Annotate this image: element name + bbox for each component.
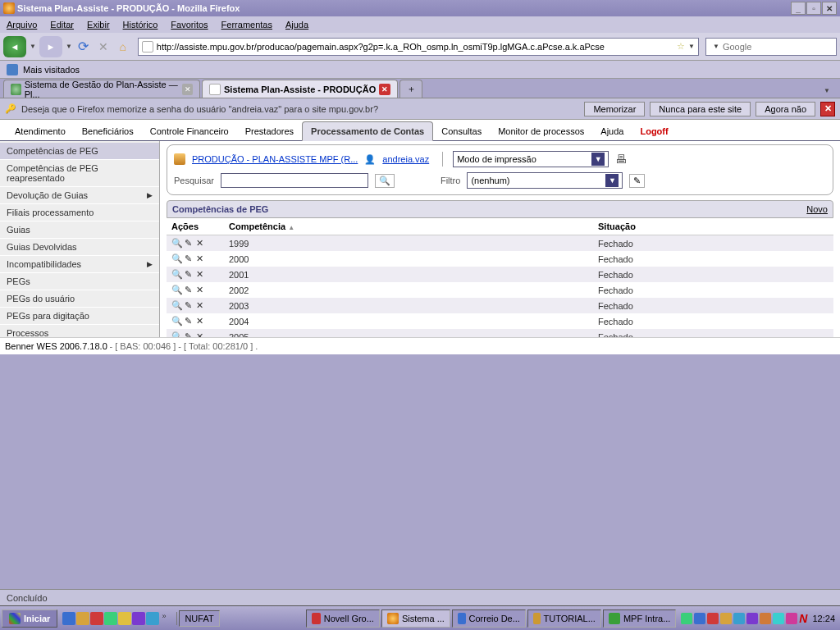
sidebar-item[interactable]: PEGs do usuário bbox=[0, 290, 159, 308]
home-button[interactable]: ⌂ bbox=[115, 39, 131, 55]
view-icon[interactable]: 🔍 bbox=[171, 285, 181, 295]
memorize-button[interactable]: Memorizar bbox=[584, 102, 645, 116]
table-row[interactable]: 🔍✎✕1999Fechado bbox=[167, 235, 833, 252]
url-input[interactable] bbox=[157, 42, 673, 52]
tray-icon[interactable] bbox=[720, 613, 732, 624]
most-visited-label[interactable]: Mais visitados bbox=[23, 65, 80, 75]
nav-ajuda[interactable]: Ajuda bbox=[592, 122, 632, 140]
tray-icon[interactable] bbox=[746, 613, 758, 624]
close-window-button[interactable]: ✕ bbox=[822, 2, 837, 15]
sidebar-item[interactable]: Devolução de Guias▶ bbox=[0, 187, 159, 204]
tray-icon[interactable] bbox=[733, 613, 745, 624]
ql-icon[interactable] bbox=[132, 612, 145, 625]
edit-icon[interactable]: ✎ bbox=[183, 300, 193, 311]
table-row[interactable]: 🔍✎✕2002Fechado bbox=[167, 282, 833, 298]
task-novell[interactable]: Novell Gro... bbox=[306, 609, 380, 628]
menu-ferramentas[interactable]: Ferramentas bbox=[221, 20, 272, 30]
tray-icon[interactable] bbox=[760, 613, 771, 624]
view-icon[interactable]: 🔍 bbox=[171, 300, 181, 311]
view-icon[interactable]: 🔍 bbox=[171, 253, 181, 264]
tab-list-dropdown[interactable]: ▼ bbox=[817, 84, 837, 98]
tray-icon[interactable] bbox=[694, 613, 705, 624]
nav-atendimento[interactable]: Atendimento bbox=[7, 122, 74, 140]
edit-icon[interactable]: ✎ bbox=[183, 285, 193, 295]
menu-exibir[interactable]: Exibir bbox=[87, 20, 110, 30]
new-tab-button[interactable]: ＋ bbox=[399, 80, 422, 98]
ql-expand[interactable]: » bbox=[160, 612, 173, 625]
col-competencia[interactable]: Competência ▲ bbox=[224, 218, 593, 235]
nav-monitor-de-processos[interactable]: Monitor de processos bbox=[490, 122, 592, 140]
sidebar-item[interactable]: PEGs bbox=[0, 273, 159, 290]
ql-icon[interactable] bbox=[76, 612, 89, 625]
table-row[interactable]: 🔍✎✕2004Fechado bbox=[167, 313, 833, 329]
menu-histórico[interactable]: Histórico bbox=[123, 20, 158, 30]
sidebar-item[interactable]: Processos bbox=[0, 325, 159, 337]
delete-icon[interactable]: ✕ bbox=[194, 331, 204, 337]
menu-favoritos[interactable]: Favoritos bbox=[171, 20, 208, 30]
back-button[interactable]: ◄ bbox=[3, 36, 26, 57]
delete-icon[interactable]: ✕ bbox=[194, 285, 204, 295]
task-tutorial[interactable]: TUTORIAL... bbox=[527, 609, 601, 628]
ql-icon[interactable] bbox=[118, 612, 131, 625]
tray-icon[interactable] bbox=[681, 613, 692, 624]
table-row[interactable]: 🔍✎✕2001Fechado bbox=[167, 267, 833, 282]
search-go-button[interactable]: 🔍 bbox=[375, 174, 395, 188]
view-icon[interactable]: 🔍 bbox=[171, 269, 181, 280]
task-sistema[interactable]: Sistema ... bbox=[381, 609, 450, 628]
tab-2[interactable]: Sistema Plan-Assiste - PRODUÇÃO ✕ bbox=[202, 80, 398, 98]
stop-button[interactable]: ✕ bbox=[95, 39, 112, 55]
not-now-button[interactable]: Agora não bbox=[756, 102, 815, 116]
search-field[interactable] bbox=[221, 173, 368, 188]
view-icon[interactable]: 🔍 bbox=[171, 331, 181, 337]
menu-ajuda[interactable]: Ajuda bbox=[285, 20, 308, 30]
delete-icon[interactable]: ✕ bbox=[194, 238, 204, 249]
maximize-button[interactable]: ▫ bbox=[806, 2, 821, 15]
nav-controle-financeiro[interactable]: Controle Financeiro bbox=[142, 122, 237, 140]
close-tab-button[interactable]: ✕ bbox=[379, 84, 390, 95]
url-history-dropdown[interactable]: ▼ bbox=[688, 43, 695, 50]
ql-icon[interactable] bbox=[146, 612, 159, 625]
edit-filter-button[interactable]: ✎ bbox=[629, 174, 645, 188]
back-history-dropdown[interactable]: ▼ bbox=[30, 43, 36, 50]
close-tab-button[interactable]: ✕ bbox=[182, 84, 193, 95]
close-infobar-button[interactable]: ✕ bbox=[820, 102, 835, 116]
nav-logoff[interactable]: Logoff bbox=[632, 122, 676, 140]
sidebar-item[interactable]: Guias bbox=[0, 221, 159, 239]
delete-icon[interactable]: ✕ bbox=[194, 253, 204, 264]
table-row[interactable]: 🔍✎✕2005Fechado bbox=[167, 329, 833, 337]
user-link[interactable]: andreia.vaz bbox=[382, 154, 429, 164]
delete-icon[interactable]: ✕ bbox=[194, 269, 204, 280]
tray-n-icon[interactable]: N bbox=[799, 612, 807, 625]
context-link[interactable]: PRODUÇÃO - PLAN-ASSISTE MPF (R... bbox=[192, 154, 358, 164]
favorite-star-icon[interactable]: ☆ bbox=[677, 41, 685, 52]
delete-icon[interactable]: ✕ bbox=[194, 316, 204, 326]
edit-icon[interactable]: ✎ bbox=[183, 253, 193, 264]
nav-beneficiários[interactable]: Beneficiários bbox=[74, 122, 142, 140]
sidebar-item[interactable]: Competências de PEG reapresentado bbox=[0, 160, 159, 187]
search-engine-dropdown[interactable]: ▼ bbox=[713, 43, 719, 50]
task-correio[interactable]: Correio De... bbox=[452, 609, 526, 628]
ql-icon[interactable] bbox=[62, 612, 75, 625]
view-icon[interactable]: 🔍 bbox=[171, 238, 181, 249]
sidebar-item[interactable]: Incompatibilidades▶ bbox=[0, 256, 159, 273]
nav-processamento-de-contas[interactable]: Processamento de Contas bbox=[302, 121, 433, 141]
print-mode-select[interactable]: Modo de impressão ▼ bbox=[453, 151, 609, 167]
nav-prestadores[interactable]: Prestadores bbox=[237, 122, 302, 140]
sidebar-item[interactable]: Guias Devolvidas bbox=[0, 239, 159, 256]
delete-icon[interactable]: ✕ bbox=[194, 300, 204, 311]
sidebar-item[interactable]: Filiais processamento bbox=[0, 204, 159, 221]
sidebar-item[interactable]: PEGs para digitação bbox=[0, 308, 159, 325]
col-situacao[interactable]: Situação bbox=[593, 218, 833, 235]
edit-icon[interactable]: ✎ bbox=[183, 331, 193, 337]
edit-icon[interactable]: ✎ bbox=[183, 316, 193, 326]
nav-consultas[interactable]: Consultas bbox=[433, 122, 490, 140]
filter-select[interactable]: (nenhum) ▼ bbox=[467, 172, 623, 189]
never-site-button[interactable]: Nunca para este site bbox=[650, 102, 751, 116]
edit-icon[interactable]: ✎ bbox=[183, 238, 193, 249]
tray-icon[interactable] bbox=[786, 613, 797, 624]
tray-icon[interactable] bbox=[773, 613, 784, 624]
menu-editar[interactable]: Editar bbox=[50, 20, 74, 30]
print-icon[interactable]: 🖶 bbox=[615, 153, 627, 166]
view-icon[interactable]: 🔍 bbox=[171, 316, 181, 326]
forward-history-dropdown[interactable]: ▼ bbox=[66, 43, 72, 50]
